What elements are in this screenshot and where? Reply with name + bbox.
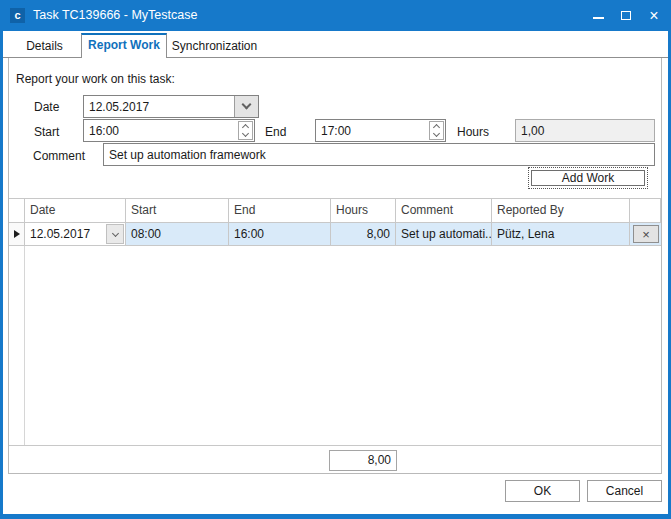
tab-details[interactable]: Details: [8, 36, 81, 57]
grid-header-hours[interactable]: Hours: [331, 199, 396, 223]
grid-header-comment[interactable]: Comment: [396, 199, 492, 223]
end-spinner: [429, 121, 444, 140]
grid-header-indicator: [9, 199, 25, 223]
hours-total-box: 8,00: [329, 450, 397, 471]
date-dropdown-button[interactable]: [234, 96, 258, 117]
end-field: [315, 119, 446, 142]
comment-field: [103, 143, 655, 166]
row-date-dropdown-button[interactable]: [106, 224, 124, 244]
window-title: Task TC139666 - MyTestcase: [33, 0, 197, 31]
grid-header-reported-by[interactable]: Reported By: [492, 199, 630, 223]
add-work-button-label: Add Work: [531, 170, 645, 186]
start-input[interactable]: [84, 120, 237, 141]
app-icon: c: [10, 8, 25, 23]
end-label: End: [265, 125, 286, 139]
work-entries-grid: Date Start End Hours Comment Reported By…: [9, 198, 661, 473]
date-field: [83, 95, 259, 118]
row-comment-cell[interactable]: Set up automati...: [396, 223, 492, 245]
start-spin-down-button[interactable]: [239, 131, 252, 140]
add-work-button[interactable]: Add Work: [528, 167, 648, 189]
end-input[interactable]: [316, 120, 428, 141]
row-hours-cell[interactable]: 8,00: [331, 223, 396, 245]
form-heading: Report your work on this task:: [16, 72, 175, 86]
chevron-down-icon: [111, 229, 118, 236]
start-label: Start: [34, 125, 59, 139]
minimize-button[interactable]: [584, 0, 612, 31]
row-end-cell[interactable]: 16:00: [229, 223, 331, 245]
comment-input[interactable]: [104, 144, 654, 165]
maximize-button[interactable]: [612, 0, 640, 31]
delete-row-button[interactable]: ×: [633, 225, 659, 243]
task-dialog-window: c Task TC139666 - MyTestcase × Details R…: [0, 0, 671, 519]
tab-report-work[interactable]: Report Work: [81, 33, 167, 58]
end-spin-down-button[interactable]: [430, 131, 443, 140]
grid-header-start[interactable]: Start: [126, 199, 229, 223]
chevron-down-icon: [433, 130, 440, 137]
table-row[interactable]: 12.05.2017 08:00 16:00 8,00 Set up autom…: [9, 223, 661, 246]
comment-label: Comment: [33, 149, 85, 163]
window-controls: ×: [584, 0, 668, 31]
titlebar: c Task TC139666 - MyTestcase ×: [0, 0, 671, 31]
close-button[interactable]: ×: [640, 0, 668, 31]
grid-footer: 8,00: [9, 445, 661, 473]
start-spinner: [238, 121, 253, 140]
date-input[interactable]: [84, 96, 234, 117]
grid-header-row: Date Start End Hours Comment Reported By: [9, 199, 661, 223]
row-date-value: 12.05.2017: [30, 227, 90, 241]
grid-empty-area: [9, 246, 661, 445]
row-indicator-cell: [9, 223, 25, 245]
ok-button[interactable]: OK: [505, 480, 580, 502]
minimize-icon: [593, 17, 604, 19]
close-icon: ×: [649, 8, 658, 24]
grid-header-delete: [630, 199, 661, 223]
cancel-button[interactable]: Cancel: [587, 480, 662, 502]
date-label: Date: [34, 100, 59, 114]
maximize-icon: [621, 11, 631, 20]
indicator-column-continuation: [9, 246, 25, 445]
tab-synchronization[interactable]: Synchronization: [167, 36, 262, 57]
row-date-cell[interactable]: 12.05.2017: [25, 223, 126, 245]
grid-header-end[interactable]: End: [229, 199, 331, 223]
delete-icon: ×: [642, 227, 650, 242]
start-field: [83, 119, 255, 142]
row-delete-cell: ×: [630, 223, 661, 245]
chevron-down-icon: [242, 130, 249, 137]
row-reported-by-cell[interactable]: Pütz, Lena: [492, 223, 630, 245]
chevron-down-icon: [242, 100, 252, 110]
grid-header-date[interactable]: Date: [25, 199, 126, 223]
hours-value: [516, 120, 654, 141]
row-start-cell[interactable]: 08:00: [126, 223, 229, 245]
row-indicator-icon: [14, 230, 20, 238]
hours-field: [515, 119, 655, 142]
hours-label: Hours: [457, 125, 489, 139]
